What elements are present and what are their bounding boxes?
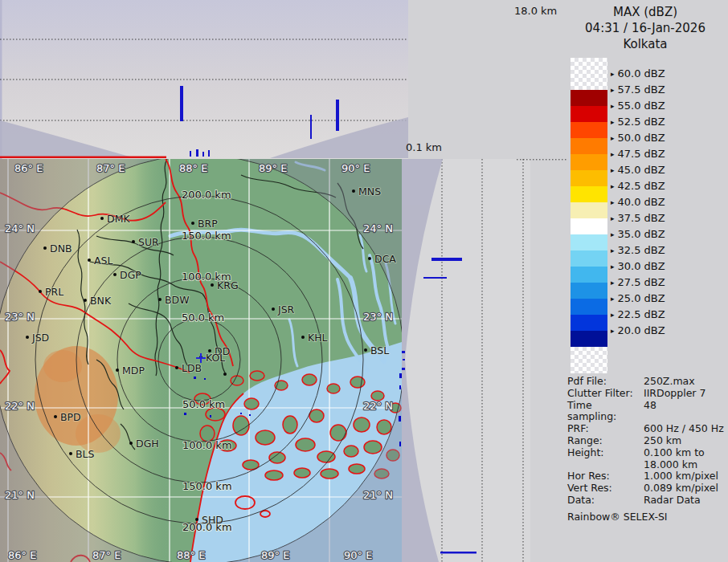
legend-label: ▸37.5 dBZ xyxy=(611,213,665,225)
latitude-label: 22° N xyxy=(5,400,35,412)
station-marker xyxy=(301,336,305,339)
range-ring-label: 200.0 km xyxy=(182,189,231,201)
metadata-value: 48 xyxy=(644,400,656,424)
metadata-key: Range: xyxy=(567,435,644,447)
station-marker xyxy=(211,283,214,287)
metadata-value: 250 km xyxy=(644,435,681,447)
legend-swatch xyxy=(571,283,607,299)
station-marker xyxy=(43,246,47,250)
legend-swatch xyxy=(571,202,607,218)
latitude-label: 21° N xyxy=(363,489,393,501)
metadata-row: Pdf File:250Z.max xyxy=(567,376,726,388)
legend-swatch xyxy=(571,170,607,186)
station-label: BNK xyxy=(90,295,112,307)
legend-swatch xyxy=(571,186,607,202)
station-label: DCA xyxy=(374,253,396,265)
longitude-label: 86° E xyxy=(8,549,36,561)
station-label: JSR xyxy=(277,303,295,316)
station-label: BLS xyxy=(76,448,95,460)
longitude-label: 90° E xyxy=(344,549,372,561)
longitude-label: 88° E xyxy=(177,549,205,561)
longitude-label: 87° E xyxy=(92,549,121,561)
legend-label: ▸57.5 dBZ xyxy=(611,84,665,96)
legend-label: ▸40.0 dBZ xyxy=(611,197,665,209)
longitude-label: 86° E xyxy=(14,162,43,174)
metadata-row: Time sampling:48 xyxy=(567,400,726,424)
legend-label: ▸52.5 dBZ xyxy=(611,116,665,128)
latitude-label: 23° N xyxy=(5,311,35,323)
metadata-row: Data:Radar Data xyxy=(567,495,726,507)
legend-label: ▸45.0 dBZ xyxy=(611,165,665,177)
range-ring-label: 50.0 km xyxy=(182,398,225,410)
metadata-value: 250Z.max xyxy=(644,376,695,388)
metadata-key: Vert Res: xyxy=(567,483,644,495)
longitude-label: 89° E xyxy=(261,549,289,561)
station-label: BPD xyxy=(60,411,81,423)
metadata-value: 1.000 km/pixel xyxy=(644,470,718,483)
metadata-row: Clutter Filter:IIRDoppler 7 xyxy=(567,388,726,400)
station-label: BDW xyxy=(165,294,190,306)
station-label: SHD xyxy=(202,514,223,526)
longitude-label: 88° E xyxy=(179,162,207,174)
station-marker xyxy=(175,366,178,369)
station-marker xyxy=(364,348,367,352)
legend-swatch xyxy=(571,267,607,283)
station-label: PRL xyxy=(45,286,63,298)
metadata-row: Vert Res:0.089 km/pixel xyxy=(567,483,726,495)
metadata-key: PRF: xyxy=(567,423,644,435)
metadata-row: Range:250 km xyxy=(567,435,726,447)
legend-label: ▸27.5 dBZ xyxy=(611,277,665,289)
range-ring-label: 50.0 km xyxy=(182,312,224,324)
metadata-row: Hor Res:1.000 km/pixel xyxy=(567,470,726,483)
legend-swatch xyxy=(571,331,607,347)
metadata-key: Hor Res: xyxy=(567,470,644,483)
metadata-value: 0.100 km to xyxy=(644,447,705,459)
metadata-value: Radar Data xyxy=(644,495,701,507)
metadata-block: Pdf File:250Z.maxClutter Filter:IIRDoppl… xyxy=(567,376,726,523)
station-label: ASL xyxy=(94,255,112,267)
legend-swatch xyxy=(571,250,607,267)
legend-label: ▸32.5 dBZ xyxy=(611,245,665,257)
legend-label: ▸60.0 dBZ xyxy=(611,68,665,80)
software-credit: Rainbow® SELEX-SI xyxy=(567,511,726,523)
legend-label: ▸42.5 dBZ xyxy=(611,181,665,193)
longitude-label: 87° E xyxy=(96,162,125,174)
legend-swatch xyxy=(571,234,607,250)
legend-swatch xyxy=(571,122,607,138)
station-marker xyxy=(26,336,29,339)
metadata-key: Data: xyxy=(567,495,644,507)
legend-swatch xyxy=(571,299,607,315)
station-marker xyxy=(368,257,371,260)
station-label: DGP xyxy=(120,269,141,281)
legend-label: ▸20.0 dBZ xyxy=(611,325,665,337)
height-max-label: 18.0 km xyxy=(514,5,557,17)
longitude-label: 89° E xyxy=(259,162,287,174)
legend-label: ▸50.0 dBZ xyxy=(611,132,665,145)
latitude-label: 22° N xyxy=(363,400,393,412)
range-ring-label: 150.0 km xyxy=(182,480,232,492)
metadata-value: 0.089 km/pixel xyxy=(644,483,718,495)
longitude-label: 90° E xyxy=(342,162,370,174)
metadata-value: 600 Hz / 450 Hz xyxy=(644,423,724,435)
station-marker xyxy=(352,189,355,193)
legend-swatch xyxy=(571,154,607,170)
metadata-row: 18.000 km xyxy=(567,459,726,471)
station-marker xyxy=(158,298,162,301)
range-ring-label: 150.0 km xyxy=(182,230,231,242)
legend-label: ▸35.0 dBZ xyxy=(611,229,665,241)
legend-swatch xyxy=(571,90,607,106)
metadata-key: Clutter Filter: xyxy=(567,388,644,400)
station-label: MDP xyxy=(122,364,145,377)
metadata-key: Time sampling: xyxy=(567,400,644,424)
legend-swatch xyxy=(571,106,607,122)
station-label: MNS xyxy=(358,185,381,198)
station-label: KHL xyxy=(308,332,328,344)
metadata-key: Pdf File: xyxy=(567,376,644,388)
station-name: Kolkata xyxy=(562,36,728,52)
station-marker xyxy=(39,290,42,293)
latitude-label: 24° N xyxy=(363,222,393,234)
latitude-label: 24° N xyxy=(5,222,35,234)
station-label: LDB xyxy=(182,362,202,374)
station-marker xyxy=(132,240,135,243)
station-marker xyxy=(116,369,119,372)
